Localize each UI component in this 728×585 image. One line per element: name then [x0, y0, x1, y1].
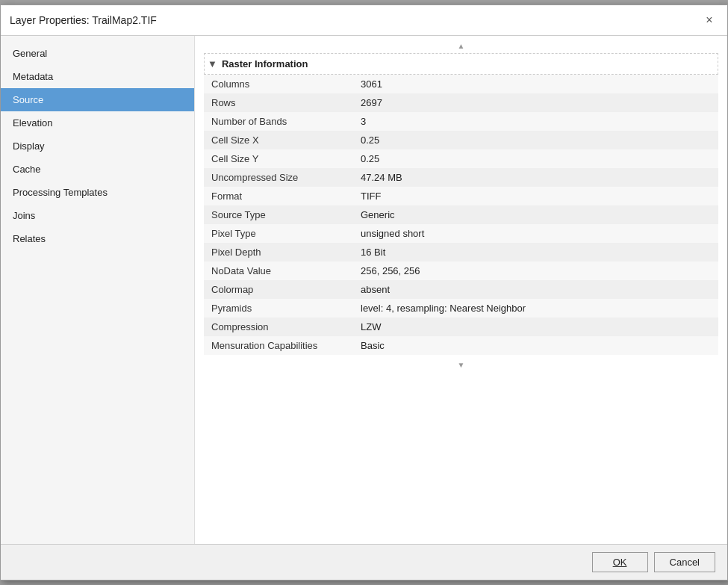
sidebar-item-processing-templates[interactable]: Processing Templates [1, 181, 194, 204]
row-value: 3061 [353, 75, 718, 93]
table-row: Uncompressed Size 47.24 MB [204, 168, 718, 187]
scroll-top-indicator: ▲ [204, 42, 718, 50]
row-value: 0.25 [353, 149, 718, 168]
row-label: Compression [204, 318, 353, 336]
close-button[interactable]: × [700, 11, 718, 29]
ok-button[interactable]: OK [592, 552, 648, 572]
row-value: TIFF [353, 187, 718, 205]
scroll-bottom-indicator: ▼ [204, 361, 718, 369]
raster-section-header: ▼ Raster Information [204, 53, 718, 75]
row-label: Format [204, 187, 353, 205]
table-row: NoData Value 256, 256, 256 [204, 261, 718, 280]
row-label: Rows [204, 93, 353, 112]
row-value: absent [353, 280, 718, 299]
row-value: Generic [353, 205, 718, 224]
row-label: Source Type [204, 205, 353, 224]
sidebar-item-source[interactable]: Source [1, 88, 194, 111]
row-label: Cell Size X [204, 131, 353, 149]
chevron-icon: ▼ [208, 58, 217, 69]
table-row: Colormap absent [204, 280, 718, 299]
sidebar-item-elevation[interactable]: Elevation [1, 111, 194, 134]
dialog-title: Layer Properties: TrailMap2.TIF [10, 14, 157, 26]
row-label: NoData Value [204, 261, 353, 280]
row-label: Colormap [204, 280, 353, 299]
table-row: Cell Size Y 0.25 [204, 149, 718, 168]
sidebar-item-joins[interactable]: Joins [1, 204, 194, 227]
title-bar: Layer Properties: TrailMap2.TIF × [1, 5, 727, 36]
table-row: Format TIFF [204, 187, 718, 205]
row-label: Columns [204, 75, 353, 93]
table-row: Cell Size X 0.25 [204, 131, 718, 149]
row-label: Mensuration Capabilities [204, 336, 353, 355]
table-row: Pyramids level: 4, resampling: Nearest N… [204, 299, 718, 318]
sidebar-item-general[interactable]: General [1, 42, 194, 65]
row-value: level: 4, resampling: Nearest Neighbor [353, 299, 718, 318]
sidebar-item-display[interactable]: Display [1, 134, 194, 158]
row-label: Pixel Type [204, 224, 353, 243]
row-value: 256, 256, 256 [353, 261, 718, 280]
scroll-area[interactable]: ▲ ▼ Raster Information Columns 3061 Rows… [195, 36, 727, 544]
dialog: Layer Properties: TrailMap2.TIF × Genera… [0, 4, 728, 581]
row-label: Pixel Depth [204, 243, 353, 261]
row-value: LZW [353, 318, 718, 336]
table-row: Rows 2697 [204, 93, 718, 112]
row-value: 0.25 [353, 131, 718, 149]
table-row: Pixel Type unsigned short [204, 224, 718, 243]
dialog-body: GeneralMetadataSourceElevationDisplayCac… [1, 36, 727, 544]
content-area: ▲ ▼ Raster Information Columns 3061 Rows… [195, 36, 727, 544]
row-label: Uncompressed Size [204, 168, 353, 187]
table-row: Pixel Depth 16 Bit [204, 243, 718, 261]
row-label: Cell Size Y [204, 149, 353, 168]
raster-section-title: Raster Information [222, 58, 308, 69]
row-value: 16 Bit [353, 243, 718, 261]
row-label: Number of Bands [204, 112, 353, 131]
sidebar-item-metadata[interactable]: Metadata [1, 65, 194, 88]
row-value: 47.24 MB [353, 168, 718, 187]
cancel-button[interactable]: Cancel [654, 552, 715, 572]
sidebar-item-relates[interactable]: Relates [1, 227, 194, 250]
table-row: Source Type Generic [204, 205, 718, 224]
row-label: Pyramids [204, 299, 353, 318]
table-row: Mensuration Capabilities Basic [204, 336, 718, 355]
row-value: 3 [353, 112, 718, 131]
row-value: 2697 [353, 93, 718, 112]
bottom-bar: OK Cancel [1, 544, 727, 580]
raster-info-table: Columns 3061 Rows 2697 Number of Bands 3… [204, 75, 718, 355]
row-value: Basic [353, 336, 718, 355]
table-row: Columns 3061 [204, 75, 718, 93]
table-row: Compression LZW [204, 318, 718, 336]
sidebar: GeneralMetadataSourceElevationDisplayCac… [1, 36, 195, 544]
row-value: unsigned short [353, 224, 718, 243]
table-row: Number of Bands 3 [204, 112, 718, 131]
sidebar-item-cache[interactable]: Cache [1, 158, 194, 181]
